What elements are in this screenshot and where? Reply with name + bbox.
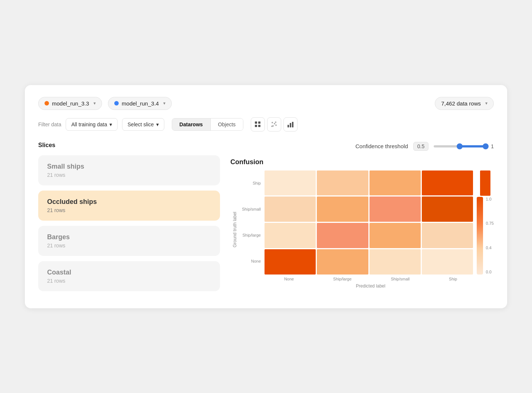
svg-rect-1 [258, 121, 260, 124]
y-tick-ship-large: Ship/large [239, 233, 261, 237]
slices-title: Slices [38, 142, 220, 149]
cell-0-1 [317, 170, 368, 196]
colorbar-label-3: 0.4 [486, 246, 494, 250]
model2-label: model_run_3.4 [122, 100, 159, 107]
cell-0-0 [265, 170, 316, 196]
training-data-chevron-icon: ▾ [109, 121, 112, 127]
confusion-grid [265, 170, 473, 275]
slice-occluded-ships[interactable]: Occluded ships 21 rows [38, 191, 220, 221]
model2-chevron-icon: ▾ [163, 101, 165, 106]
training-data-select[interactable]: All training data ▾ [66, 118, 118, 131]
slice-small-ships-name: Small ships [47, 163, 211, 170]
slice-coastal-name: Coastal [47, 269, 211, 276]
svg-rect-12 [292, 122, 293, 127]
confusion-section: Confusion Ground truth label Ship Ship/s… [230, 158, 494, 289]
confusion-grid-wrapper: Ship Ship/small Ship/large None [239, 170, 494, 275]
cell-1-2 [370, 196, 421, 222]
filter-label: Filter data [38, 121, 61, 127]
svg-point-7 [275, 124, 277, 126]
svg-rect-10 [288, 125, 289, 127]
svg-point-5 [274, 123, 275, 124]
colorbar-label-1: 1.0 [486, 197, 494, 201]
y-axis-label: Ground truth label [232, 211, 237, 247]
x-axis-label: Predicted label [239, 283, 494, 289]
svg-rect-0 [255, 121, 257, 124]
select-slice-select[interactable]: Select slice ▾ [122, 118, 164, 131]
cell-0-3 [422, 170, 473, 196]
cell-1-0 [265, 196, 316, 222]
cell-2-3 [422, 223, 473, 248]
svg-point-4 [272, 122, 273, 123]
slice-coastal[interactable]: Coastal 21 rows [38, 261, 220, 291]
colorbar-wrapper: 1.0 0.75 0.4 0.0 [477, 197, 494, 275]
model1-selector[interactable]: model_run_3.3 ▾ [38, 97, 102, 110]
cell-2-1 [317, 223, 368, 248]
cell-0-2 [370, 170, 421, 196]
confusion-main: Ship Ship/small Ship/large None [239, 170, 494, 289]
colorbar-label-4: 0.0 [486, 270, 494, 274]
x-tick-ship-large: Ship/large [333, 277, 352, 281]
confidence-section: Confidence threshold 0.5 1 [355, 142, 494, 151]
y-tick-ship-small: Ship/small [239, 207, 261, 211]
model2-dot [114, 101, 119, 105]
x-tick-none: None [284, 277, 294, 281]
svg-rect-3 [258, 125, 260, 127]
data-rows-label: 7,462 data rows [441, 100, 481, 107]
view-btn-group [251, 117, 298, 131]
tab-datarows[interactable]: Datarows [172, 118, 211, 130]
data-rows-selector[interactable]: 7,462 data rows ▾ [435, 97, 494, 110]
cell-3-2 [370, 249, 421, 275]
extra-color-cell [480, 170, 490, 196]
training-data-label: All training data [71, 121, 107, 127]
cell-2-0 [265, 223, 316, 248]
top-bar: model_run_3.3 ▾ model_run_3.4 ▾ 7,462 da… [38, 97, 494, 110]
confidence-label: Confidence threshold [355, 143, 408, 149]
main-card: model_run_3.3 ▾ model_run_3.4 ▾ 7,462 da… [25, 85, 507, 308]
chart-panel: Confidence threshold 0.5 1 Confusion [230, 142, 494, 296]
confusion-title: Confusion [230, 158, 494, 166]
svg-point-9 [271, 126, 273, 127]
cell-1-1 [317, 196, 368, 222]
cell-1-3 [422, 196, 473, 222]
colorbar-labels: 1.0 0.75 0.4 0.0 [486, 197, 494, 275]
select-slice-chevron-icon: ▾ [156, 121, 159, 127]
chart-header: Confidence threshold 0.5 1 [230, 142, 494, 151]
colorbar-label-2: 0.75 [486, 221, 494, 225]
slice-coastal-rows: 21 rows [47, 278, 211, 284]
svg-point-8 [275, 121, 276, 123]
confusion-grid-and-colorbar: 1.0 0.75 0.4 0.0 [265, 170, 494, 275]
slice-barges-name: Barges [47, 233, 211, 241]
x-tick-ship-small: Ship/small [391, 277, 410, 281]
data-rows-chevron-icon: ▾ [485, 101, 487, 106]
y-tick-labels: Ship Ship/small Ship/large None [239, 170, 265, 275]
slice-barges[interactable]: Barges 21 rows [38, 226, 220, 256]
slice-barges-rows: 21 rows [47, 243, 211, 249]
tab-objects[interactable]: Objects [211, 118, 243, 130]
x-tick-ship: Ship [449, 277, 457, 281]
scatter-view-icon[interactable] [267, 117, 281, 131]
cell-3-0 [265, 249, 316, 275]
model2-selector[interactable]: model_run_3.4 ▾ [108, 97, 172, 110]
datarows-objects-tabs: Datarows Objects [172, 118, 244, 131]
model1-dot [45, 101, 49, 105]
confidence-max-value: 1 [491, 143, 494, 149]
x-tick-labels: None Ship/large Ship/small Ship [239, 277, 494, 281]
colorbar [477, 197, 483, 275]
slider-right-thumb[interactable] [483, 143, 489, 149]
y-tick-none: None [239, 259, 261, 263]
grid-view-icon[interactable] [251, 117, 265, 131]
bar-view-icon[interactable] [283, 117, 298, 131]
model1-label: model_run_3.3 [52, 100, 89, 107]
y-axis-label-container: Ground truth label [230, 170, 239, 289]
slice-small-ships-rows: 21 rows [47, 172, 211, 178]
slice-occluded-ships-rows: 21 rows [47, 207, 211, 213]
slice-small-ships[interactable]: Small ships 21 rows [38, 155, 220, 185]
svg-rect-2 [255, 125, 257, 127]
confidence-slider[interactable] [434, 145, 486, 147]
cell-2-2 [370, 223, 421, 248]
slider-fill [460, 145, 486, 147]
svg-rect-11 [290, 123, 291, 127]
slider-left-thumb[interactable] [457, 143, 463, 149]
slices-panel: Slices Small ships 21 rows Occluded ship… [38, 142, 220, 296]
y-tick-ship: Ship [239, 181, 261, 185]
